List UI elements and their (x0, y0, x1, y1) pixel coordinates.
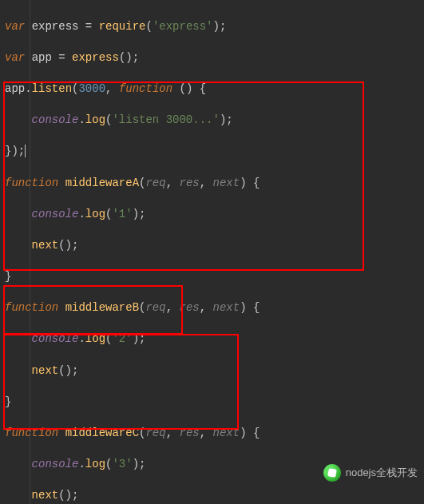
code-editor: var express = require('express'); var ap… (0, 0, 424, 504)
text-cursor (25, 145, 26, 157)
code-line: var app = express(); (5, 50, 419, 66)
code-line: console.log('2'); (5, 331, 419, 347)
code-line: var express = require('express'); (5, 19, 419, 35)
wechat-icon (323, 464, 341, 482)
code-line: next(); (5, 488, 419, 504)
watermark: nodejs全栈开发 (323, 464, 418, 482)
code-line: function middlewareA(req, res, next) { (5, 176, 419, 192)
code-line: } (5, 395, 419, 411)
code-line: } (5, 269, 419, 285)
code-line: app.listen(3000, function () { (5, 81, 419, 97)
code-line: console.log('1'); (5, 207, 419, 223)
code-line: next(); (5, 363, 419, 379)
watermark-text: nodejs全栈开发 (346, 466, 418, 480)
code-line: function middlewareC(req, res, next) { (5, 426, 419, 442)
code-line: function middlewareB(req, res, next) { (5, 300, 419, 316)
code-line: }); (5, 144, 419, 160)
editor-gutter-rule (30, 0, 30, 504)
code-line: console.log('listen 3000...'); (5, 113, 419, 129)
code-line: next(); (5, 238, 419, 254)
